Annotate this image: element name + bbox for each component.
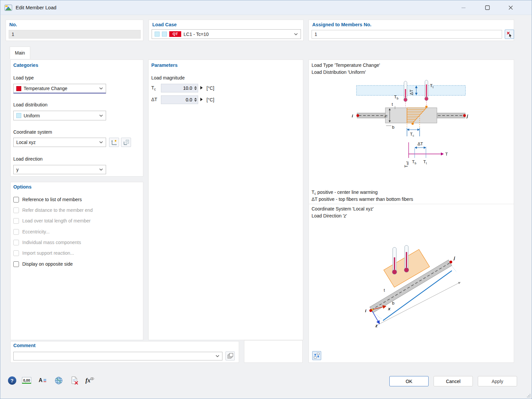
load-number-input[interactable] (9, 30, 141, 39)
spin-up-icon[interactable] (194, 86, 197, 88)
load-type-select[interactable]: Temperature Change (13, 84, 106, 93)
tc-spinner[interactable] (193, 84, 198, 92)
tc-input[interactable] (163, 85, 193, 91)
tab-main[interactable]: Main (10, 47, 30, 59)
maximize-button[interactable] (480, 0, 495, 15)
resize-grip[interactable] (526, 393, 531, 398)
comment-combobox[interactable] (13, 352, 222, 360)
chevron-down-icon (99, 168, 103, 171)
close-icon (508, 5, 513, 10)
option-label: Import support reaction... (22, 250, 74, 256)
preview-load-type-line: Load Type 'Temperature Change' (312, 63, 380, 68)
comment-label: Comment (13, 343, 36, 348)
assigned-members-panel: Assigned to Members No. (309, 20, 514, 41)
svg-text:b: b (392, 125, 394, 130)
spin-up-icon[interactable] (194, 98, 197, 99)
checkbox-icon[interactable] (13, 197, 19, 202)
new-coordinate-system-button[interactable] (109, 138, 119, 147)
svg-text:Tc: Tc (410, 132, 414, 137)
preview-load-direction-line: Load Direction 'z' (312, 213, 347, 218)
assigned-members-input[interactable] (312, 30, 502, 39)
option-label: Refer distance to the member end (22, 207, 93, 213)
select-members-button[interactable] (505, 30, 514, 39)
ok-button[interactable]: OK (389, 376, 429, 386)
svg-text:x: x (388, 306, 391, 311)
parameters-panel: Parameters Load magnitude Tc [°C] ΔT [°C… (148, 60, 303, 340)
dt-spinner[interactable] (193, 96, 198, 104)
preview-panel: Load Type 'Temperature Change' Load Dist… (309, 60, 514, 363)
preview-load-distribution-line: Load Distribution 'Uniform' (312, 69, 366, 75)
copy-icon (227, 353, 233, 359)
units-settings-button[interactable]: 0,00 (21, 375, 32, 385)
option-refer-distance: Refer distance to the member end (13, 206, 93, 214)
load-case-type-badge: QT (169, 31, 181, 37)
titlebar: Edit Member Load (0, 0, 532, 15)
load-type-color-icon (16, 86, 21, 91)
svg-text:t: t (392, 102, 393, 107)
comment-copy-button[interactable] (225, 351, 235, 360)
thermometer-icon (425, 80, 428, 101)
play-arrow-icon (200, 97, 203, 101)
formula-button[interactable]: fx (84, 375, 95, 385)
close-button[interactable] (503, 0, 518, 15)
resize-grip-icon (526, 393, 531, 398)
option-reference-to-list[interactable]: Reference to list of members (13, 196, 82, 203)
svg-text:h: h (383, 115, 388, 117)
comment-input[interactable] (16, 353, 213, 359)
load-case-select[interactable]: QT LC1 - Tc=10 (152, 29, 301, 39)
chevron-down-icon (294, 33, 298, 36)
option-individual-mass: Individual mass components (13, 238, 81, 246)
checkbox-icon[interactable] (13, 261, 19, 267)
svg-text:Tt: Tt (430, 83, 434, 89)
load-case-color-icon-1 (155, 32, 160, 37)
edit-coordinate-system-icon (123, 139, 129, 145)
coordinate-system-select[interactable]: Local xyz (13, 138, 106, 147)
categories-title: Categories (13, 63, 38, 68)
load-distribution-color-icon (16, 113, 21, 118)
tc-field (161, 84, 198, 92)
load-distribution-label: Load distribution (13, 102, 48, 107)
swap-orientation-button[interactable] (312, 351, 321, 360)
svg-text:i: i (352, 113, 353, 118)
delete-load-button[interactable] (69, 375, 80, 385)
load-magnitude-label: Load magnitude (151, 75, 185, 80)
cancel-button[interactable]: Cancel (434, 376, 473, 386)
display-settings-button[interactable]: A (37, 375, 48, 385)
svg-text:i: i (365, 308, 366, 313)
load-direction-select[interactable]: y (13, 165, 106, 174)
chevron-down-icon (99, 87, 103, 90)
svg-text:t: t (384, 288, 385, 293)
help-icon: ? (8, 376, 16, 385)
load-direction-label: Load direction (13, 156, 43, 162)
svg-text:Tref: Tref (404, 161, 409, 168)
edit-coordinate-system-button[interactable] (121, 138, 131, 147)
help-button[interactable]: ? (6, 375, 18, 385)
checkbox-icon (13, 250, 19, 256)
member-3d-diagram: t b x z i j (309, 220, 514, 348)
rendering-button[interactable] (53, 375, 64, 385)
thermometer-icon (392, 247, 397, 274)
dt-detail-button[interactable] (200, 97, 203, 101)
load-distribution-select[interactable]: Uniform (13, 111, 106, 120)
apply-button[interactable]: Apply (478, 376, 517, 386)
svg-text:j: j (466, 113, 468, 118)
checkbox-icon (13, 207, 19, 213)
select-pointer-icon (506, 31, 513, 38)
tc-detail-button[interactable] (200, 86, 203, 90)
tab-main-label: Main (15, 50, 25, 56)
options-panel: Options Reference to list of members Ref… (10, 182, 143, 340)
preview-divider (309, 204, 514, 204)
formula-icon: fx (85, 377, 94, 384)
minimize-button[interactable] (456, 0, 471, 15)
chevron-down-icon (215, 355, 219, 357)
load-case-label: Load Case (152, 22, 177, 27)
spin-down-icon[interactable] (194, 100, 197, 102)
font-settings-icon: A (39, 377, 47, 383)
dt-input[interactable] (163, 97, 193, 102)
window-title: Edit Member Load (16, 5, 57, 10)
option-display-opposite-side[interactable]: Display on opposite side (13, 260, 73, 268)
option-label: Display on opposite side (22, 261, 73, 267)
spin-down-icon[interactable] (194, 88, 197, 90)
no-panel: No. (6, 20, 143, 41)
no-label: No. (9, 22, 17, 27)
